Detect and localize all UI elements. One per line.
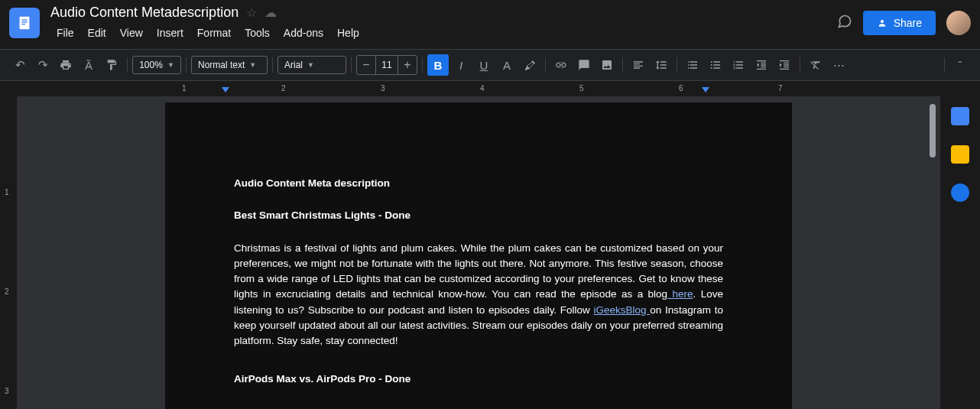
more-icon[interactable]: ⋯ bbox=[828, 54, 849, 76]
italic-button[interactable]: I bbox=[450, 54, 472, 76]
menu-insert[interactable]: Insert bbox=[151, 24, 190, 42]
document-title[interactable]: Audio Content Metadescription bbox=[50, 5, 239, 21]
svg-point-4 bbox=[711, 61, 712, 63]
svg-rect-0 bbox=[20, 17, 30, 30]
menu-help[interactable]: Help bbox=[331, 24, 365, 42]
underline-button[interactable]: U bbox=[473, 54, 495, 76]
bold-button[interactable]: B bbox=[427, 54, 449, 76]
section-heading[interactable]: Best Smart Christmas Lights - Done bbox=[234, 208, 723, 223]
side-panel bbox=[940, 96, 980, 409]
document-canvas[interactable]: Audio Content Meta description Best Smar… bbox=[17, 96, 940, 409]
toolbar: ↶ ↷ Ă 100%▼ Normal text▼ Arial▼ − + B I … bbox=[0, 49, 980, 81]
menubar: File Edit View Insert Format Tools Add-o… bbox=[50, 24, 837, 42]
share-label: Share bbox=[894, 17, 922, 29]
align-button[interactable] bbox=[628, 54, 649, 76]
menu-view[interactable]: View bbox=[114, 24, 149, 42]
account-avatar[interactable] bbox=[946, 11, 971, 35]
redo-icon[interactable]: ↷ bbox=[32, 54, 54, 76]
indent-marker-right[interactable] bbox=[702, 87, 709, 93]
menu-tools[interactable]: Tools bbox=[239, 24, 276, 42]
font-size-input[interactable] bbox=[375, 56, 398, 74]
docs-logo-icon[interactable] bbox=[9, 8, 40, 38]
bullet-list-icon[interactable] bbox=[705, 54, 726, 76]
zoom-select[interactable]: 100%▼ bbox=[132, 56, 181, 74]
vertical-ruler[interactable]: 1 2 3 bbox=[0, 96, 17, 409]
comment-icon[interactable] bbox=[573, 54, 595, 76]
keep-icon[interactable] bbox=[951, 145, 969, 164]
link-icon[interactable] bbox=[550, 54, 572, 76]
font-size-control: − + bbox=[356, 55, 417, 75]
font-size-increase[interactable]: + bbox=[398, 56, 417, 74]
horizontal-ruler[interactable]: 1 2 3 4 5 6 7 bbox=[139, 81, 980, 96]
page[interactable]: Audio Content Meta description Best Smar… bbox=[165, 102, 792, 409]
cloud-saved-icon[interactable]: ☁ bbox=[264, 5, 277, 20]
text-color-button[interactable]: A bbox=[496, 54, 518, 76]
font-select[interactable]: Arial▼ bbox=[277, 56, 346, 74]
indent-marker-left[interactable] bbox=[222, 87, 229, 93]
paragraph-style-select[interactable]: Normal text▼ bbox=[191, 56, 268, 74]
doc-heading[interactable]: Audio Content Meta description bbox=[234, 176, 723, 191]
clear-formatting-icon[interactable] bbox=[805, 54, 826, 76]
undo-icon[interactable]: ↶ bbox=[9, 54, 31, 76]
print-icon[interactable] bbox=[55, 54, 76, 76]
menu-addons[interactable]: Add-ons bbox=[277, 24, 329, 42]
scrollbar-thumb[interactable] bbox=[930, 104, 936, 157]
calendar-icon[interactable] bbox=[951, 107, 969, 125]
svg-point-6 bbox=[711, 67, 712, 69]
indent-decrease-icon[interactable] bbox=[751, 54, 772, 76]
font-size-decrease[interactable]: − bbox=[357, 56, 375, 74]
svg-rect-1 bbox=[21, 19, 27, 20]
menu-format[interactable]: Format bbox=[191, 24, 237, 42]
menu-edit[interactable]: Edit bbox=[82, 24, 112, 42]
paint-format-icon[interactable] bbox=[101, 54, 122, 76]
indent-increase-icon[interactable] bbox=[774, 54, 795, 76]
image-icon[interactable] bbox=[596, 54, 618, 76]
line-spacing-button[interactable] bbox=[651, 54, 672, 76]
link-igeeksblog[interactable]: iGeeksBlog bbox=[594, 304, 651, 316]
link-here[interactable]: here bbox=[667, 288, 693, 300]
star-icon[interactable]: ☆ bbox=[246, 5, 257, 20]
spellcheck-icon[interactable]: Ă bbox=[78, 54, 99, 76]
collapse-toolbar-icon[interactable]: ˆ bbox=[949, 54, 971, 76]
svg-point-5 bbox=[711, 64, 712, 66]
menu-file[interactable]: File bbox=[50, 24, 80, 42]
svg-rect-2 bbox=[21, 21, 27, 22]
numbered-list-icon[interactable] bbox=[728, 54, 749, 76]
tasks-icon[interactable] bbox=[951, 183, 969, 202]
highlight-button[interactable]: 🖍 bbox=[519, 54, 540, 76]
section-heading[interactable]: AirPods Max vs. AirPods Pro - Done bbox=[234, 372, 723, 387]
svg-rect-3 bbox=[21, 24, 25, 24]
body-paragraph[interactable]: Christmas is a festival of lights and pl… bbox=[234, 241, 723, 349]
checklist-icon[interactable] bbox=[682, 54, 703, 76]
comments-icon[interactable] bbox=[837, 14, 852, 33]
share-button[interactable]: Share bbox=[863, 11, 936, 35]
